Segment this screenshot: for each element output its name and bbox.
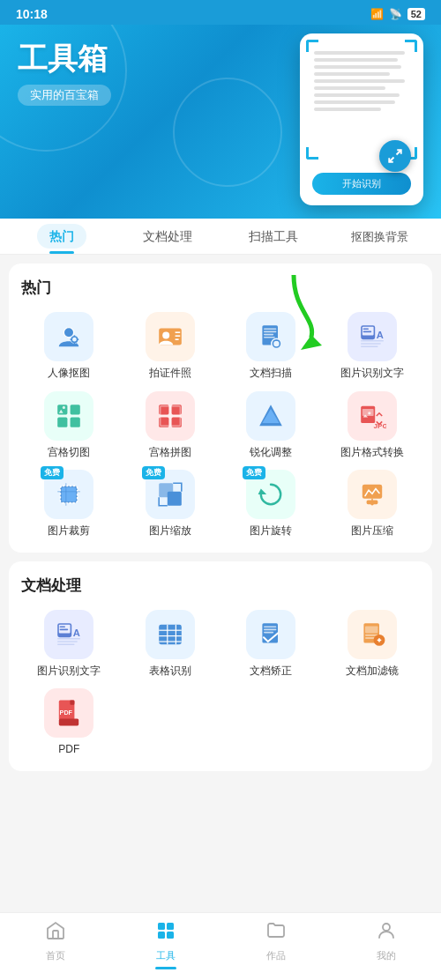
badge-free-resize: 免费 [142, 466, 165, 479]
tool-label-portrait: 人像抠图 [48, 367, 90, 381]
tool-label-imgcrop: 图片裁剪 [48, 524, 90, 538]
svg-point-94 [383, 924, 390, 931]
tool-img-rotate[interactable]: 免费 图片旋转 [223, 470, 319, 538]
tab-bg[interactable]: 抠图换背景 [326, 219, 432, 254]
works-icon [265, 920, 287, 947]
status-icons: 📶 📡 52 [370, 8, 425, 20]
tool-portrait-cutout[interactable]: 人像抠图 [21, 312, 117, 381]
svg-rect-91 [167, 923, 174, 930]
tool-label-docfilter: 文档加滤镜 [346, 664, 399, 679]
svg-rect-76 [264, 628, 276, 630]
tool-label-imgocr2: 图片识别文字 [37, 664, 101, 679]
scan-corner-tl [306, 40, 318, 52]
tool-icon-imgcrop: 免费 [44, 470, 93, 519]
expand-icon[interactable] [379, 140, 411, 172]
svg-text:PDF: PDF [60, 709, 73, 716]
nav-works[interactable]: 作品 [220, 920, 331, 969]
nav-works-label: 作品 [266, 949, 286, 962]
tool-icon-gridcut [44, 391, 93, 441]
tool-doc-correct[interactable]: 文档矫正 [223, 610, 319, 679]
tool-icon-gridcollage [146, 391, 195, 441]
tool-img-convert[interactable]: JPG 图片格式转换 [325, 391, 421, 460]
tool-img-resize[interactable]: 免费 图片缩放 [123, 470, 219, 538]
phone-inner: 开始识别 [300, 33, 423, 205]
hero-subtitle: 实用的百宝箱 [18, 85, 111, 106]
svg-rect-34 [71, 417, 80, 427]
svg-rect-92 [158, 932, 165, 939]
nav-mine-label: 我的 [377, 949, 396, 962]
svg-rect-86 [71, 701, 75, 705]
wifi-icon: 📡 [389, 8, 402, 20]
svg-rect-20 [264, 337, 275, 338]
tool-img-compress[interactable]: 图片压缩 [325, 470, 421, 538]
tool-doc-scan[interactable]: 文档扫描 [223, 312, 319, 381]
tool-label-tableocr: 表格识别 [149, 664, 191, 679]
hero-section: 工具箱 实用的百宝箱 开始识别 [0, 25, 441, 219]
scan-corner-bl [306, 147, 318, 160]
tool-grid-cut[interactable]: 宫格切图 [21, 391, 117, 460]
nav-mine[interactable]: 我的 [331, 920, 441, 969]
hot-section: 热门 [9, 264, 432, 553]
main-content: 热门 [0, 264, 441, 842]
svg-marker-55 [258, 489, 267, 494]
tool-label-pdf: PDF [58, 743, 79, 757]
svg-rect-77 [264, 632, 273, 634]
tool-icon-imgconvert: JPG [348, 391, 397, 441]
tab-doc[interactable]: 文档处理 [115, 219, 220, 254]
tool-label-imgrotate: 图片旋转 [250, 524, 292, 538]
tool-label-docscan: 文档扫描 [250, 367, 292, 381]
tabs-bar: 热门 文档处理 扫描工具 抠图换背景 [0, 219, 441, 255]
tool-icon-pdf: PDF [44, 688, 93, 738]
tool-img-crop[interactable]: 免费 图片裁剪 [21, 470, 117, 538]
tool-img-ocr[interactable]: A 图片识别文字 [325, 312, 421, 381]
scan-corner-tr [405, 40, 417, 52]
tab-hot[interactable]: 热门 [9, 219, 115, 254]
status-bar: 10:18 📶 📡 52 [0, 0, 441, 25]
tool-label-imgconvert: 图片格式转换 [340, 446, 404, 460]
svg-rect-93 [167, 932, 174, 939]
badge-free-rotate: 免费 [243, 466, 265, 479]
svg-rect-18 [264, 331, 276, 333]
nav-home-label: 首页 [46, 949, 65, 962]
hot-section-title: 热门 [21, 278, 420, 298]
svg-rect-33 [57, 417, 67, 427]
svg-rect-90 [158, 923, 165, 930]
svg-rect-81 [365, 637, 375, 639]
tool-id-photo[interactable]: 拍证件照 [123, 312, 219, 381]
tool-label-doccorrect: 文档矫正 [250, 664, 292, 679]
tool-label-sharpen: 锐化调整 [250, 446, 292, 460]
svg-rect-88 [59, 719, 78, 726]
tool-icon-imgrotate: 免费 [246, 470, 295, 519]
svg-rect-61 [59, 625, 71, 634]
nav-tools[interactable]: 工具 [110, 920, 220, 969]
tool-sharpen[interactable]: 锐化调整 [223, 391, 319, 460]
tool-grid-collage[interactable]: 宫格拼图 [123, 391, 219, 460]
doc-section-title: 文档处理 [21, 575, 420, 596]
doc-section: 文档处理 A 图片识别文字 [9, 561, 432, 771]
svg-rect-79 [365, 626, 377, 633]
doc-tools-grid: A 图片识别文字 [21, 610, 420, 757]
tool-pdf[interactable]: PDF PDF [21, 688, 117, 757]
tool-label-id: 拍证件照 [149, 367, 191, 381]
tool-icon-portrait [44, 312, 93, 361]
tools-icon [155, 920, 176, 947]
tool-icon-sharpen [246, 391, 295, 441]
tool-table-ocr[interactable]: 表格识别 [123, 610, 219, 679]
tool-icon-docfilter [348, 610, 397, 659]
tool-doc-filter[interactable]: 文档加滤镜 [325, 610, 421, 679]
tool-img-ocr2[interactable]: A 图片识别文字 [21, 610, 117, 679]
tool-label-imgresize: 图片缩放 [149, 524, 191, 538]
svg-rect-46 [363, 409, 374, 416]
svg-rect-84 [378, 638, 380, 642]
tool-label-gridcollage: 宫格拼图 [149, 446, 191, 460]
nav-home[interactable]: 首页 [0, 920, 110, 969]
tab-scan[interactable]: 扫描工具 [220, 219, 326, 254]
svg-rect-32 [71, 405, 80, 414]
svg-point-47 [368, 412, 370, 414]
svg-rect-17 [264, 328, 276, 330]
tool-icon-imgocr: A [348, 312, 397, 361]
svg-rect-56 [363, 485, 382, 499]
tool-icon-imgcompress [348, 470, 397, 519]
tool-icon-doccorrect [246, 610, 295, 659]
scan-button[interactable]: 开始识别 [312, 173, 411, 195]
